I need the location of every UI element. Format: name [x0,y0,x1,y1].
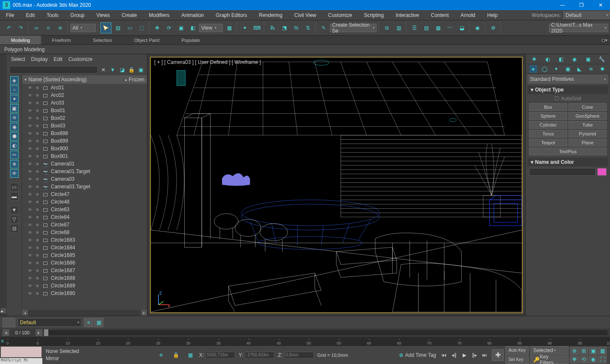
primitive-cylinder-button[interactable]: Cylinder [529,121,567,129]
time-slider-next[interactable]: ▸ [36,329,42,336]
scene-search-clear[interactable]: ✕ [100,66,107,74]
polygon-modeling-label[interactable]: Polygon Modeling [4,47,44,52]
scene-row[interactable]: 👁❄Circle1687 [22,267,147,274]
freeze-icon[interactable]: ❄ [36,146,42,151]
subtab-helpers-icon[interactable]: ◣ [576,65,583,73]
material-preview-swatch[interactable] [3,318,15,327]
placement-button[interactable]: ◧ [187,22,198,33]
scene-row[interactable]: 👁❄Camera01.Target [22,168,147,175]
visibility-icon[interactable]: 👁 [28,215,34,220]
move-button[interactable]: ✥ [152,22,163,33]
visibility-icon[interactable]: 👁 [28,253,34,258]
menu-edit[interactable]: Edit [20,10,41,20]
rotate-button[interactable]: ⟳ [164,22,175,33]
viewport-axis-gizmo[interactable]: z x [155,291,172,308]
freeze-icon[interactable]: ❄ [36,192,42,197]
menu-views[interactable]: Views [90,10,116,20]
primitive-tube-button[interactable]: Tube [568,121,607,129]
bind-button[interactable]: ≋ [55,22,66,33]
tab-utilities-icon[interactable]: 🔧 [597,55,606,63]
snap-toggle-button[interactable]: 2₅ [267,22,278,33]
coord-y-input[interactable] [245,352,274,358]
subtab-lights-icon[interactable]: ✦ [552,65,560,73]
freeze-icon[interactable]: ❄ [36,200,42,204]
layer-iso-icon[interactable]: ▦ [94,318,103,327]
orbit-icon[interactable]: ⟲ [580,356,588,363]
freeze-icon[interactable]: ❄ [36,207,42,212]
selection-lock-icon[interactable]: ▦ [185,350,196,361]
freeze-icon[interactable]: ❄ [36,284,42,288]
scene-row[interactable]: 👁❄Circle1688 [22,274,147,282]
keyboard-shortcut-button[interactable]: ⌨ [251,22,262,33]
primitive-sphere-button[interactable]: Sphere [529,112,567,120]
visibility-icon[interactable]: 👁 [28,177,34,182]
freeze-icon[interactable]: ❄ [36,245,42,250]
scene-row[interactable]: 👁❄Circle1685 [22,251,147,259]
subtab-shapes-icon[interactable]: ◯ [541,65,549,73]
scene-row[interactable]: 👁❄Camera03.Target [22,183,147,190]
filter-xrefs-icon[interactable]: ◐ [10,141,19,150]
ribbon-tab-populate[interactable]: Populate [170,36,211,44]
scene-row[interactable]: 👁❄Arc02 [22,91,147,99]
pan-icon[interactable]: ✥ [570,356,579,363]
col-frozen-header[interactable]: Frozen [129,77,144,83]
filter-geometry-icon[interactable]: ◈ [10,76,19,85]
key-target-dropdown[interactable]: Selected [530,346,568,355]
maxscript-listener[interactable]: MAXScript Mi [0,358,42,364]
visibility-icon[interactable]: 👁 [28,154,34,159]
isolate-selection-icon[interactable]: 🔒 [170,350,181,361]
menu-graph-editors[interactable]: Graph Editors [210,10,253,20]
ribbon-min-button[interactable]: ▢▾ [599,35,610,46]
scene-row[interactable]: 👁❄Box901 [22,152,147,160]
scene-row[interactable]: 👁❄Box898 [22,130,147,137]
maximize-button[interactable]: ❐ [572,0,591,10]
freeze-icon[interactable]: ❄ [36,131,42,136]
menu-customize[interactable]: Customize [322,10,358,20]
toggle-ribbon-button[interactable]: ▦ [433,22,444,33]
zoom-icon[interactable]: ⊕ [570,347,579,355]
visibility-icon[interactable]: 👁 [28,93,34,98]
scene-select-highlight[interactable]: ◪ [118,66,126,74]
visibility-icon[interactable]: 👁 [28,276,34,281]
se-menu-display[interactable]: Display [31,56,47,62]
scene-row[interactable]: 👁❄Circle1686 [22,259,147,267]
selection-filter-dropdown[interactable]: All [70,24,96,32]
scene-row[interactable]: 👁❄Circle67 [22,221,147,229]
freeze-icon[interactable]: ❄ [36,223,42,227]
tab-motion-icon[interactable]: ◉ [570,55,579,63]
ribbon-tab-modeling[interactable]: Modeling [0,36,41,44]
sort-alpha-icon[interactable]: ▽ [10,215,19,223]
display-all-icon[interactable]: ▬ [10,192,19,201]
key-filters-button[interactable]: 🔑Key Filters... [530,356,568,364]
max-viewport-icon[interactable]: ⛶ [598,356,607,363]
project-path-dropdown[interactable]: C:\Users\T...s Max 2020 [549,24,608,32]
visibility-icon[interactable]: 👁 [28,245,34,250]
autogrid-checkbox[interactable]: ☐AutoGrid [529,96,607,102]
subtab-spacewarps-icon[interactable]: ≋ [587,65,595,73]
rollout-name-color[interactable]: ▾Name and Color [527,158,608,166]
visibility-icon[interactable]: 👁 [28,261,34,265]
scene-rows[interactable]: 👁❄Arc01👁❄Arc02👁❄Arc03👁❄Box01👁❄Box02👁❄Box… [22,84,147,310]
freeze-icon[interactable]: ❄ [36,101,42,105]
play-button[interactable]: ▶ [460,350,469,360]
scale-button[interactable]: ▣ [175,22,186,33]
ribbon-tab-selection[interactable]: Selection [82,36,123,44]
minimize-button[interactable]: — [553,0,572,10]
viewport[interactable]: [ + ] [ Camera03 ] [ User Defined ] [ Wi… [150,57,523,313]
material-editor-button[interactable]: ◉ [472,22,483,33]
spinner-snap-button[interactable]: ⇅ [302,22,313,33]
scene-row[interactable]: 👁❄Circle1684 [22,244,147,251]
workspaces-dropdown[interactable]: Default [563,11,610,19]
zoom-extents-icon[interactable]: ▣ [589,347,597,355]
redo-button[interactable]: ↷ [15,22,26,33]
ribbon-tab-freeform[interactable]: Freeform [41,36,82,44]
time-slider-prev[interactable]: ◂ [3,329,9,336]
add-time-tag[interactable]: ⊕Add Time Tag [399,352,436,358]
object-color-swatch[interactable] [597,168,607,176]
scene-row[interactable]: 👁❄Arc03 [22,99,147,107]
tab-hierarchy-icon[interactable]: ◧ [557,55,566,63]
menu-tools[interactable]: Tools [41,10,64,20]
scene-row[interactable]: 👁❄Box900 [22,145,147,152]
visibility-icon[interactable]: 👁 [28,291,34,296]
filter-shapes-icon[interactable]: ○ [10,85,19,94]
